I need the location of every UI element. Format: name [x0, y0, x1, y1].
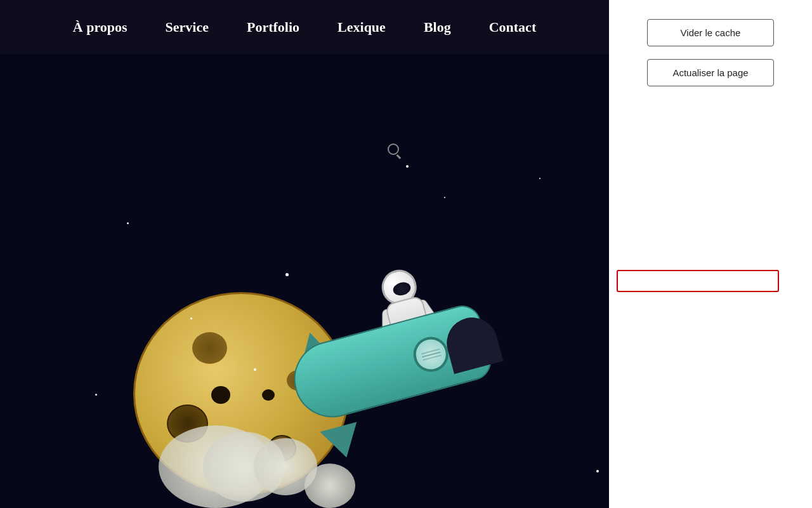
rocket-window-detail — [422, 351, 440, 358]
actualiser-page-button[interactable]: Actualiser la page — [647, 59, 774, 86]
star — [254, 368, 256, 371]
vider-cache-button[interactable]: Vider le cache — [647, 19, 774, 46]
red-input-field[interactable] — [617, 270, 779, 292]
star — [406, 165, 409, 168]
rocket-nose — [441, 312, 503, 374]
rocket-fin — [320, 422, 365, 462]
planet-eye — [262, 389, 275, 401]
right-panel: Vider le cache Actualiser la page — [609, 0, 812, 508]
nav-item-lexique[interactable]: Lexique — [337, 19, 386, 36]
star — [95, 394, 97, 396]
main-nav: À propos Service Portfolio Lexique Blog … — [73, 19, 536, 36]
rocket — [271, 265, 521, 458]
search-icon — [388, 144, 399, 155]
site-header: À propos Service Portfolio Lexique Blog … — [0, 0, 609, 54]
star — [127, 222, 129, 224]
star — [190, 318, 192, 319]
hero-illustration — [82, 127, 527, 508]
star — [596, 470, 599, 472]
star — [285, 273, 289, 276]
search-icon-area — [381, 137, 406, 162]
smoke-blob — [304, 464, 355, 508]
nav-item-service[interactable]: Service — [166, 19, 209, 36]
nav-item-portfolio[interactable]: Portfolio — [247, 19, 299, 36]
star — [539, 178, 540, 179]
nav-item-contact[interactable]: Contact — [489, 19, 537, 36]
main-content-area — [0, 54, 609, 508]
astronaut-visor — [391, 281, 412, 298]
rocket-window — [410, 333, 452, 375]
nav-item-apropos[interactable]: À propos — [73, 19, 128, 36]
planet-crater — [192, 332, 227, 364]
nav-item-blog[interactable]: Blog — [424, 19, 451, 36]
planet-eye — [211, 386, 230, 404]
star — [444, 197, 445, 198]
